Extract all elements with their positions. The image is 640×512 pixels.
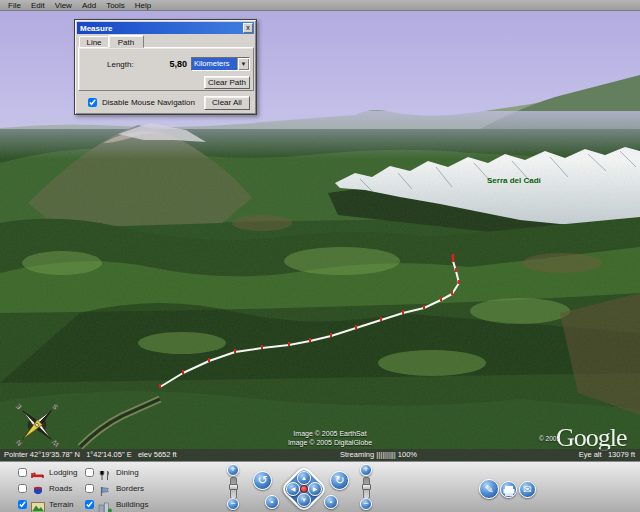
eye-alt-value: 13079 ft <box>608 450 635 459</box>
fork-knife-icon <box>98 467 112 478</box>
pointer-coordinates: Pointer 42°19'35.78" N 1°42'14.05" E ele… <box>4 449 177 461</box>
measure-dialog: Measure x Line Path Length: 5,80 Kilomet… <box>74 19 257 115</box>
streaming-percent: 100% <box>398 450 417 459</box>
length-value: 5,80 <box>149 59 187 69</box>
tilt-slider-thumb[interactable] <box>229 484 238 490</box>
streaming-label: Streaming <box>340 450 374 459</box>
pointer-elev: elev 5652 ft <box>138 450 177 459</box>
tilt-up-button[interactable]: + <box>227 464 239 476</box>
layer-lodging-label: Lodging <box>49 468 77 477</box>
credit-earthsat: Image © 2005 EarthSat <box>255 429 405 438</box>
clear-all-button[interactable]: Clear All <box>204 96 250 110</box>
borders-checkbox[interactable] <box>85 484 94 493</box>
reset-tilt-button[interactable]: • <box>265 495 279 509</box>
measure-tool-button[interactable]: ✎ <box>479 479 499 499</box>
layer-terrain-label: Terrain <box>49 500 73 509</box>
close-icon[interactable]: x <box>243 23 253 33</box>
layer-roads-label: Roads <box>49 484 72 493</box>
dining-checkbox[interactable] <box>85 468 94 477</box>
menu-edit[interactable]: Edit <box>26 0 50 11</box>
buildings-icon <box>98 499 112 510</box>
streaming-status: Streaming |||||||||| 100% <box>340 449 417 461</box>
place-label: Serra del Cadí <box>487 176 541 185</box>
tilt-down-button[interactable]: − <box>227 498 239 510</box>
pointer-lat: 42°19'35.78" N <box>30 450 80 459</box>
credit-digitalglobe: Image © 2005 DigitalGlobe <box>255 438 405 447</box>
terrain-checkbox[interactable] <box>18 500 27 509</box>
menu-tools[interactable]: Tools <box>101 0 130 11</box>
tab-path[interactable]: Path <box>108 35 144 48</box>
pan-down-button[interactable]: ▼ <box>297 493 311 507</box>
measure-dialog-title: Measure <box>77 24 243 33</box>
disable-mouse-nav-label: Disable Mouse Navigation <box>102 98 195 107</box>
reset-north-button[interactable]: • <box>324 495 338 509</box>
chevron-down-icon[interactable]: ▼ <box>237 58 249 70</box>
menu-bar: File Edit View Add Tools Help <box>0 0 640 11</box>
length-label: Length: <box>107 60 134 69</box>
pan-left-button[interactable]: ◀ <box>286 482 300 496</box>
pan-right-button[interactable]: ▶ <box>308 482 322 496</box>
menu-help[interactable]: Help <box>130 0 156 11</box>
pointer-lon: 1°42'14.05" E <box>86 450 131 459</box>
google-earth-window: File Edit View Add Tools Help <box>0 0 640 512</box>
road-shield-icon <box>31 483 45 494</box>
clear-path-button[interactable]: Clear Path <box>204 76 250 89</box>
menu-view[interactable]: View <box>50 0 77 11</box>
disable-mouse-nav-checkbox[interactable] <box>88 98 97 107</box>
buildings-checkbox[interactable] <box>85 500 94 509</box>
print-button[interactable] <box>500 481 517 498</box>
status-bar: Pointer 42°19'35.78" N 1°42'14.05" E ele… <box>0 449 640 461</box>
bed-icon <box>31 467 45 478</box>
pan-up-button[interactable]: ▲ <box>297 471 311 485</box>
zoom-slider-thumb[interactable] <box>362 484 371 490</box>
menu-add[interactable]: Add <box>77 0 101 11</box>
zoom-in-button[interactable]: + <box>360 464 372 476</box>
flag-icon <box>98 483 112 494</box>
terrain-icon <box>31 499 45 510</box>
rotate-ccw-button[interactable]: ↺ <box>253 471 272 490</box>
roads-checkbox[interactable] <box>18 484 27 493</box>
layer-buildings-label: Buildings <box>116 500 148 509</box>
unit-selected-value: Kilometers <box>192 58 237 70</box>
bottom-control-panel: Lodging Roads Terrain Dining <box>0 461 640 512</box>
streaming-progress-icon: |||||||||| <box>376 450 395 459</box>
imagery-credits: Image © 2005 EarthSat Image © 2005 Digit… <box>255 429 405 447</box>
rotate-cw-button[interactable]: ↻ <box>330 471 349 490</box>
pointer-label: Pointer <box>4 450 28 459</box>
eye-altitude: Eye alt 13079 ft <box>579 449 635 461</box>
dpad-center-dot[interactable] <box>300 485 308 493</box>
eye-alt-label: Eye alt <box>579 450 602 459</box>
unit-dropdown[interactable]: Kilometers ▼ <box>191 57 250 71</box>
printer-icon <box>502 484 516 498</box>
menu-file[interactable]: File <box>3 0 26 11</box>
lodging-checkbox[interactable] <box>18 468 27 477</box>
email-button[interactable]: ✉ <box>519 481 536 498</box>
layer-borders-label: Borders <box>116 484 144 493</box>
zoom-out-button[interactable]: − <box>360 498 372 510</box>
measure-dialog-titlebar[interactable]: Measure x <box>77 22 254 34</box>
layer-dining-label: Dining <box>116 468 139 477</box>
